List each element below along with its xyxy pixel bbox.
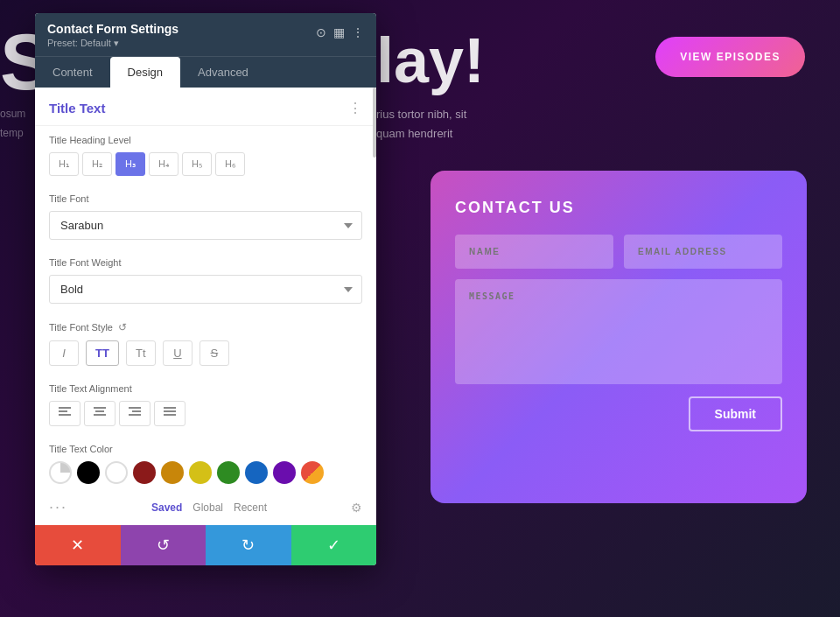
undo-button[interactable]: ↺ — [121, 525, 206, 565]
name-input[interactable] — [455, 235, 613, 269]
setting-font-container: 2 Title Font Sarabun — [35, 185, 376, 249]
svg-rect-1 — [59, 410, 67, 412]
svg-rect-0 — [59, 407, 71, 409]
heading-h2-btn[interactable]: H₂ — [82, 152, 112, 176]
panel-preset: Preset: Default ▾ — [47, 38, 178, 49]
title-font-style-label: Title Font Style — [49, 322, 113, 333]
color-tab-global[interactable]: Global — [192, 501, 223, 514]
color-swatch-purple[interactable] — [273, 461, 296, 484]
title-font-label: Title Font — [49, 193, 362, 204]
submit-button[interactable]: Submit — [689, 396, 782, 431]
section-menu-icon[interactable]: ⋮ — [348, 100, 362, 116]
setting-title-font-style: Title Font Style ↺ I TT Tt U S — [35, 312, 376, 375]
heading-h1-btn[interactable]: H₁ — [49, 152, 79, 176]
section-header: Title Text ⋮ — [35, 88, 376, 126]
contact-name-email-row — [455, 235, 782, 269]
cancel-button[interactable]: ✕ — [35, 525, 121, 565]
svg-rect-6 — [94, 414, 106, 416]
color-swatch-transparent[interactable] — [49, 461, 72, 484]
svg-rect-4 — [94, 407, 106, 409]
email-input[interactable] — [624, 235, 782, 269]
heading-level-label: Title Heading Level — [49, 135, 362, 145]
panel-title: Contact Form Settings — [47, 22, 178, 36]
title-font-weight-select[interactable]: Bold — [49, 275, 362, 304]
alignment-buttons — [49, 401, 362, 426]
action-bar: ✕ ↺ ↻ ✓ — [35, 525, 376, 565]
view-episodes-button[interactable]: VIEW EPISODES — [655, 37, 805, 77]
color-tab-saved[interactable]: Saved — [151, 501, 182, 514]
setting-text-alignment: Title Text Alignment — [35, 375, 376, 435]
heading-level-buttons: H₁ H₂ H₃ H₄ H₅ H₆ — [49, 152, 362, 176]
panel-header: Contact Form Settings Preset: Default ▾ … — [35, 13, 376, 56]
hero-title-end: lay! — [376, 25, 485, 96]
setting-title-text-color: Title Text Color — [35, 435, 376, 493]
color-more-dots[interactable]: ··· — [49, 498, 67, 516]
panel-grid-icon[interactable]: ▦ — [333, 25, 345, 39]
color-swatch-amber[interactable] — [161, 461, 184, 484]
setting-heading-level: Title Heading Level H₁ H₂ H₃ H₄ H₅ H₆ — [35, 126, 376, 185]
color-swatch-green[interactable] — [217, 461, 240, 484]
setting-heading-level-container: 1 Title Heading Level H₁ H₂ H₃ H₄ H₅ H₆ — [35, 126, 376, 185]
heading-h4-btn[interactable]: H₄ — [149, 152, 178, 176]
color-swatch-dark-red[interactable] — [133, 461, 156, 484]
save-button[interactable]: ✓ — [291, 525, 377, 565]
align-justify-btn[interactable] — [154, 401, 186, 426]
tab-advanced[interactable]: Advanced — [180, 57, 266, 88]
panel-tabs: Content Design Advanced — [35, 56, 376, 88]
tab-content[interactable]: Content — [35, 57, 110, 88]
setting-title-font-weight: Title Font Weight Bold — [35, 249, 376, 312]
color-tab-recent[interactable]: Recent — [234, 501, 267, 514]
panel-header-left: Contact Form Settings Preset: Default ▾ — [47, 22, 178, 49]
align-right-btn[interactable] — [119, 401, 150, 426]
style-titlecase-btn[interactable]: Tt — [126, 340, 156, 366]
settings-panel: Contact Form Settings Preset: Default ▾ … — [35, 13, 376, 565]
svg-rect-2 — [59, 414, 71, 416]
color-bottom-row: ··· Saved Global Recent ⚙ — [35, 493, 376, 525]
panel-content: Title Text ⋮ 1 Title Heading Level H₁ H₂… — [35, 88, 376, 525]
preset-chevron-icon: ▾ — [114, 38, 119, 48]
font-style-buttons: I TT Tt U S — [49, 340, 362, 366]
tab-design[interactable]: Design — [110, 57, 180, 88]
color-swatch-yellow[interactable] — [189, 461, 212, 484]
panel-header-icons: ⊙ ▦ ⋮ — [316, 25, 364, 39]
panel-target-icon[interactable]: ⊙ — [316, 25, 326, 39]
title-font-select[interactable]: Sarabun — [49, 211, 362, 240]
svg-rect-10 — [164, 407, 176, 409]
style-bold-btn[interactable]: TT — [86, 340, 119, 366]
setting-font-weight-container: 3 Title Font Weight Bold — [35, 249, 376, 312]
svg-rect-5 — [95, 410, 104, 412]
align-center-btn[interactable] — [84, 401, 116, 426]
color-swatch-blue[interactable] — [245, 461, 268, 484]
font-style-label-group: Title Font Style ↺ — [49, 321, 362, 333]
contact-form-title: CONTACT US — [455, 199, 782, 217]
panel-more-icon[interactable]: ⋮ — [352, 25, 364, 39]
style-strikethrough-btn[interactable]: S — [200, 340, 229, 366]
title-text-color-label: Title Text Color — [49, 444, 362, 454]
svg-rect-7 — [129, 407, 141, 409]
heading-h3-btn[interactable]: H₃ — [116, 152, 145, 176]
svg-rect-8 — [132, 410, 141, 412]
color-swatch-white[interactable] — [105, 461, 128, 484]
align-left-btn[interactable] — [49, 401, 80, 426]
redo-button[interactable]: ↻ — [206, 525, 291, 565]
style-italic-btn[interactable]: I — [49, 340, 79, 366]
color-swatch-black[interactable] — [77, 461, 100, 484]
text-alignment-label: Title Text Alignment — [49, 383, 362, 394]
style-underline-btn[interactable]: U — [163, 340, 192, 366]
heading-h6-btn[interactable]: H₆ — [215, 152, 245, 176]
color-swatch-pencil[interactable] — [301, 461, 324, 484]
section-title: Title Text — [49, 101, 105, 116]
setting-font-style-container: 4 Title Font Style ↺ I TT Tt U S — [35, 312, 376, 375]
font-style-reset-icon[interactable]: ↺ — [118, 321, 127, 333]
hero-body-text: rius tortor nibh, sit quam hendrerit — [376, 105, 466, 144]
title-font-weight-label: Title Font Weight — [49, 257, 362, 268]
svg-rect-11 — [164, 410, 176, 412]
setting-title-font: Title Font Sarabun — [35, 185, 376, 249]
color-settings-gear-icon[interactable]: ⚙ — [351, 501, 362, 515]
contact-form-card: CONTACT US Submit — [430, 171, 807, 503]
message-textarea[interactable] — [455, 279, 782, 384]
color-swatches — [49, 461, 362, 484]
svg-rect-12 — [164, 414, 176, 416]
heading-h5-btn[interactable]: H₅ — [182, 152, 212, 176]
setting-color-container: 5 Title Text Color — [35, 435, 376, 493]
